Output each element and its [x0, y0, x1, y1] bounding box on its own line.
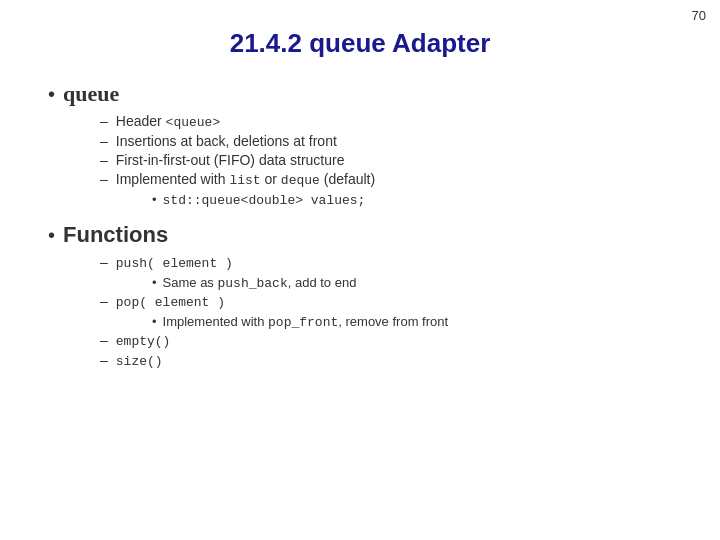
list-item: – push( element ): [100, 254, 672, 271]
queue-code-example: std::queue<double> values;: [163, 193, 366, 208]
functions-section: • Functions – push( element ) • Same as …: [48, 222, 672, 369]
push-desc: Same as push_back, add to end: [163, 275, 357, 291]
list-item: – Insertions at back, deletions at front: [100, 133, 672, 149]
pop-desc: Implemented with pop_front, remove from …: [163, 314, 449, 330]
queue-section: • queue – Header <queue> – Insertions at…: [48, 81, 672, 208]
functions-label: Functions: [63, 222, 168, 248]
list-item: – pop( element ): [100, 293, 672, 310]
queue-item-2: Insertions at back, deletions at front: [116, 133, 337, 149]
page-number: 70: [692, 8, 706, 23]
pop-nested: • Implemented with pop_front, remove fro…: [152, 314, 672, 330]
func-empty: empty(): [116, 334, 171, 349]
bullet-dot-queue: •: [48, 83, 55, 106]
func-size: size(): [116, 354, 163, 369]
queue-sub-bullets: – Header <queue> – Insertions at back, d…: [100, 113, 672, 208]
list-item: – Implemented with list or deque (defaul…: [100, 171, 672, 188]
slide-title: 21.4.2 queue Adapter: [48, 28, 672, 59]
queue-item-4: Implemented with list or deque (default): [116, 171, 375, 188]
queue-label: queue: [63, 81, 119, 107]
push-nested: • Same as push_back, add to end: [152, 275, 672, 291]
queue-item-3: First-in-first-out (FIFO) data structure: [116, 152, 345, 168]
queue-nested-item: • std::queue<double> values;: [152, 192, 672, 208]
list-item: – empty(): [100, 332, 672, 349]
queue-item-1: Header <queue>: [116, 113, 220, 130]
functions-sub-bullets: – push( element ) • Same as push_back, a…: [100, 254, 672, 369]
func-pop: pop( element ): [116, 295, 225, 310]
list-item: – Header <queue>: [100, 113, 672, 130]
bullet-dot-functions: •: [48, 224, 55, 247]
func-push: push( element ): [116, 256, 233, 271]
list-item: – size(): [100, 352, 672, 369]
list-item: – First-in-first-out (FIFO) data structu…: [100, 152, 672, 168]
